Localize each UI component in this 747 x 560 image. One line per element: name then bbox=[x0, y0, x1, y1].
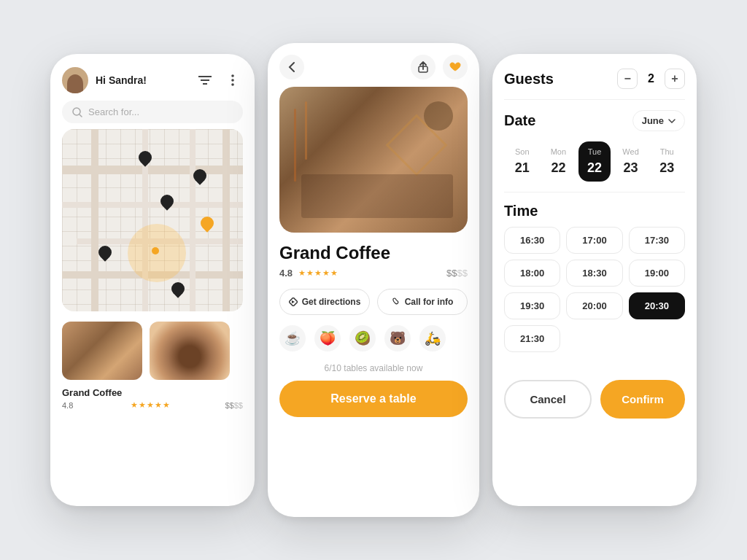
cards-section: Grand Coffee 4.8 ★★★★★ $$$$ bbox=[50, 311, 255, 420]
directions-label: Get directions bbox=[302, 297, 361, 307]
map-pin[interactable] bbox=[139, 151, 152, 167]
restaurant-meta: 4.8 ★★★★★ $$$$ bbox=[279, 268, 468, 279]
restaurant-image bbox=[279, 87, 468, 233]
card-price: $$$$ bbox=[225, 401, 243, 410]
search-placeholder: Search for... bbox=[88, 106, 139, 117]
category-delivery[interactable]: 🛵 bbox=[419, 325, 446, 351]
svg-marker-10 bbox=[292, 300, 295, 303]
restaurant-name: Grand Coffee bbox=[279, 243, 468, 263]
card-rating: 4.8 bbox=[62, 401, 73, 410]
map-area[interactable] bbox=[62, 129, 243, 311]
card-restaurant-name: Grand Coffee bbox=[62, 387, 243, 398]
search-bar[interactable]: Search for... bbox=[62, 101, 243, 123]
month-selector[interactable]: June bbox=[632, 110, 685, 131]
time-slot-1800[interactable]: 18:00 bbox=[504, 260, 560, 287]
map-pin-orange[interactable] bbox=[201, 217, 214, 233]
time-slot-2000[interactable]: 20:00 bbox=[566, 292, 622, 319]
time-slot-1830[interactable]: 18:30 bbox=[566, 260, 622, 287]
svg-point-3 bbox=[231, 74, 234, 77]
call-label: Call for info bbox=[405, 297, 454, 307]
restaurant-card-2[interactable] bbox=[150, 322, 230, 380]
reservation-screen: Guests − 2 + Date June bbox=[492, 54, 697, 506]
detail-header bbox=[268, 43, 479, 87]
detail-stars: ★★★★★ bbox=[298, 268, 338, 278]
month-label: June bbox=[642, 115, 664, 126]
time-slot-1700[interactable]: 17:00 bbox=[566, 227, 622, 254]
map-center-dot bbox=[152, 247, 159, 254]
date-row: Son 21 Mon 22 Tue 22 Wed 23 Thu 23 bbox=[504, 141, 685, 182]
time-slot-1730[interactable]: 17:30 bbox=[629, 227, 685, 254]
guests-label: Guests bbox=[504, 71, 554, 88]
map-pin[interactable] bbox=[98, 246, 112, 262]
header-icons bbox=[195, 70, 243, 90]
back-button[interactable] bbox=[279, 55, 304, 79]
search-icon bbox=[72, 107, 82, 117]
date-wed-23[interactable]: Wed 23 bbox=[615, 141, 647, 182]
svg-line-7 bbox=[80, 114, 82, 117]
time-slot-2030[interactable]: 20:30 bbox=[629, 292, 685, 319]
greeting-text: Hi Sandra! bbox=[96, 74, 187, 86]
map-screen: Hi Sandra! bbox=[50, 54, 255, 506]
category-icons: ☕ 🍑 🥝 🐻 🛵 bbox=[279, 325, 468, 351]
time-slot-1900[interactable]: 19:00 bbox=[629, 260, 685, 287]
time-slot-1930[interactable]: 19:30 bbox=[504, 292, 560, 319]
time-grid: 16:30 17:00 17:30 18:00 18:30 19:00 19:3… bbox=[504, 227, 685, 352]
restaurant-card[interactable] bbox=[62, 322, 142, 380]
avatar bbox=[62, 67, 88, 93]
date-tue-22[interactable]: Tue 22 bbox=[578, 141, 611, 182]
reserve-table-button[interactable]: Reserve a table bbox=[279, 381, 468, 417]
detail-buttons: Get directions Call for info bbox=[279, 289, 468, 315]
increase-guests-button[interactable]: + bbox=[665, 69, 685, 89]
bottom-actions: Cancel Confirm bbox=[492, 370, 697, 429]
more-icon[interactable] bbox=[222, 70, 243, 90]
category-food2[interactable]: 🥝 bbox=[349, 325, 376, 351]
detail-actions bbox=[411, 55, 468, 79]
reservation-content: Guests − 2 + Date June bbox=[492, 54, 697, 367]
call-for-info-button[interactable]: Call for info bbox=[377, 289, 468, 315]
time-label: Time bbox=[504, 203, 685, 219]
date-section-header: Date June bbox=[504, 110, 685, 131]
detail-rating: 4.8 bbox=[279, 268, 293, 279]
cancel-button[interactable]: Cancel bbox=[504, 380, 592, 419]
favorite-button[interactable] bbox=[443, 55, 468, 79]
card-stars: ★★★★★ bbox=[131, 400, 170, 410]
filter-icon[interactable] bbox=[195, 70, 215, 90]
guests-count: 2 bbox=[648, 72, 654, 85]
map-pin[interactable] bbox=[171, 282, 185, 298]
divider-1 bbox=[504, 99, 685, 100]
map-header: Hi Sandra! bbox=[50, 54, 255, 101]
date-son-21[interactable]: Son 21 bbox=[506, 141, 538, 182]
decrease-guests-button[interactable]: − bbox=[617, 69, 638, 89]
map-pin[interactable] bbox=[160, 195, 174, 211]
confirm-button[interactable]: Confirm bbox=[600, 380, 685, 419]
guests-control: − 2 + bbox=[617, 69, 685, 89]
date-mon-22[interactable]: Mon 22 bbox=[542, 141, 574, 182]
category-food1[interactable]: 🍑 bbox=[314, 325, 341, 351]
guests-section: Guests − 2 + bbox=[504, 69, 685, 89]
time-slot-2130[interactable]: 21:30 bbox=[504, 325, 560, 352]
date-label: Date bbox=[504, 112, 535, 129]
category-food3[interactable]: 🐻 bbox=[384, 325, 411, 351]
svg-point-4 bbox=[231, 79, 234, 82]
detail-content: Grand Coffee 4.8 ★★★★★ $$$$ Get directio… bbox=[268, 233, 479, 427]
availability-text: 6/10 tables available now bbox=[279, 363, 468, 373]
divider-2 bbox=[504, 192, 685, 192]
svg-point-5 bbox=[231, 83, 234, 86]
category-coffee[interactable]: ☕ bbox=[279, 325, 306, 351]
chevron-down-icon bbox=[668, 119, 676, 123]
map-pin[interactable] bbox=[193, 169, 206, 185]
date-thu-23[interactable]: Thu 23 bbox=[651, 141, 683, 182]
time-slot-1630[interactable]: 16:30 bbox=[504, 227, 560, 254]
share-button[interactable] bbox=[411, 55, 436, 79]
detail-price: $$$$ bbox=[446, 268, 468, 279]
detail-screen: Grand Coffee 4.8 ★★★★★ $$$$ Get directio… bbox=[268, 43, 479, 517]
get-directions-button[interactable]: Get directions bbox=[279, 289, 370, 315]
